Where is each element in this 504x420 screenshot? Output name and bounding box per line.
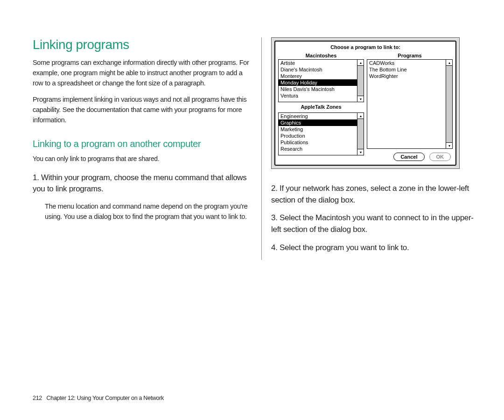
programs-listbox[interactable]: CADWorks The Bottom Line WordRighter ▴ ▾ (367, 59, 453, 149)
list-item[interactable]: Diane's Macintosh (279, 66, 357, 73)
macintoshes-listbox[interactable]: Artiste Diane's Macintosh Monterey Monda… (278, 59, 364, 102)
intro-paragraph-1: Some programs can exchange information d… (33, 58, 252, 88)
dialog-title: Choose a program to link to: (278, 43, 453, 52)
step-1: 1. Within your program, choose the menu … (33, 172, 252, 195)
cancel-button[interactable]: Cancel (393, 153, 424, 161)
list-item[interactable]: Monterey (279, 73, 357, 79)
list-item[interactable]: Engineering (279, 113, 357, 119)
step-2: 2. If your network has zones, select a z… (271, 183, 481, 206)
scroll-up-icon[interactable]: ▴ (357, 60, 364, 66)
chapter-label: Chapter 12: Using Your Computer on a Net… (47, 395, 164, 401)
scroll-up-icon[interactable]: ▴ (446, 60, 452, 66)
list-item[interactable]: WordRighter (367, 73, 446, 79)
intro-paragraph-2: Programs implement linking in various wa… (33, 95, 252, 125)
list-item[interactable]: Production (279, 133, 357, 139)
list-item[interactable]: Artiste (279, 60, 357, 66)
scrollbar[interactable]: ▴ ▾ (446, 60, 452, 148)
list-item[interactable]: Ventura (279, 92, 357, 99)
shared-note: You can only link to programs that are s… (33, 154, 252, 164)
list-item[interactable]: Marketing (279, 126, 357, 133)
link-dialog-screenshot: Choose a program to link to: Macintoshes… (271, 37, 460, 169)
page-number: 212 (33, 395, 42, 401)
heading-linking-to-program: Linking to a program on another computer (33, 139, 252, 149)
list-item-selected[interactable]: Graphics (279, 119, 357, 126)
zones-listbox[interactable]: Engineering Graphics Marketing Productio… (278, 112, 364, 155)
heading-linking-programs: Linking programs (33, 37, 252, 52)
programs-header: Programs (367, 52, 453, 59)
scroll-down-icon[interactable]: ▾ (357, 149, 364, 155)
macintoshes-header: Macintoshes (278, 52, 364, 59)
list-item[interactable]: CADWorks (367, 60, 446, 66)
scrollbar[interactable]: ▴ ▾ (357, 113, 364, 155)
scrollbar[interactable]: ▴ ▾ (357, 60, 364, 102)
list-item[interactable]: The Bottom Line (367, 66, 446, 73)
step-4: 4. Select the program you want to link t… (271, 242, 481, 254)
step-1-sub: The menu location and command name depen… (45, 202, 252, 222)
zones-header: AppleTalk Zones (278, 102, 364, 111)
scroll-down-icon[interactable]: ▾ (446, 142, 452, 148)
list-item[interactable]: Publications (279, 139, 357, 146)
list-item[interactable]: Niles Davis's Macintosh (279, 86, 357, 92)
step-3: 3. Select the Macintosh you want to conn… (271, 212, 481, 235)
list-item[interactable]: Research (279, 146, 357, 152)
page-footer: 212 Chapter 12: Using Your Computer on a… (33, 395, 164, 401)
scroll-up-icon[interactable]: ▴ (357, 113, 364, 119)
scroll-down-icon[interactable]: ▾ (357, 96, 364, 102)
ok-button[interactable]: OK (429, 153, 451, 161)
list-item-selected[interactable]: Monday Holiday (279, 79, 357, 86)
